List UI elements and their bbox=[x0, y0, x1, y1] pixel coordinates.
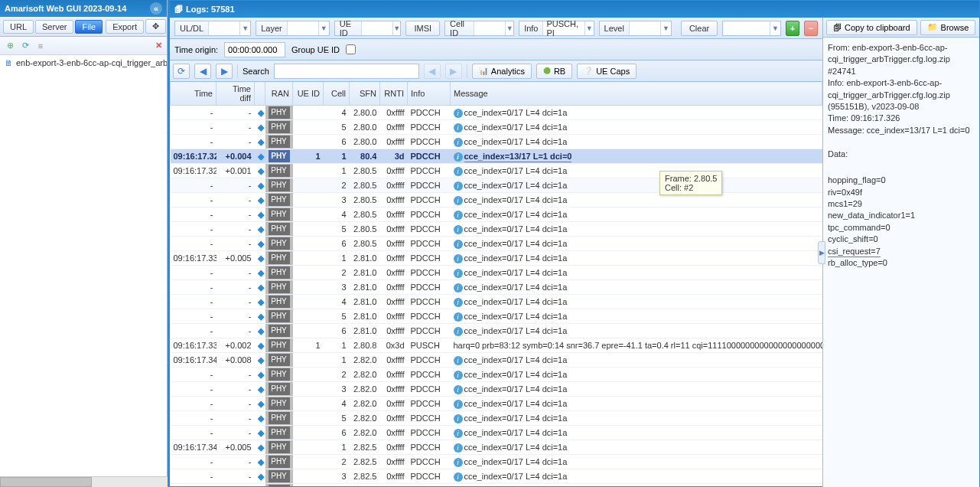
col-diff[interactable]: Time diff bbox=[217, 82, 255, 106]
layer-combo[interactable]: Layer ▼ bbox=[256, 21, 330, 36]
prev-icon[interactable]: ◀ bbox=[194, 64, 211, 79]
chevron-down-icon: ▼ bbox=[239, 21, 250, 35]
uldl-combo[interactable]: UL/DL ▼ bbox=[174, 21, 251, 36]
info-icon: i bbox=[454, 196, 463, 205]
search-next-icon[interactable]: ▶ bbox=[445, 64, 462, 79]
chevron-down-icon: ▼ bbox=[584, 21, 594, 35]
cellid-combo[interactable]: Cell ID ▼ bbox=[444, 21, 514, 36]
settings-icon[interactable]: ✥ bbox=[145, 19, 166, 34]
next-icon[interactable]: ▶ bbox=[216, 64, 233, 79]
table-row[interactable]: --◆PHY32.80.50xffffPDCCHicce_index=0/17 … bbox=[171, 193, 822, 208]
details-toolbar: 🗐Copy to clipboard 📁Browse bbox=[823, 18, 979, 38]
direction-icon: ◆ bbox=[258, 341, 264, 350]
table-row[interactable]: --◆PHY22.82.50xffffPDCCHicce_index=0/17 … bbox=[171, 455, 822, 469]
refresh-icon[interactable]: ⟳ bbox=[20, 41, 31, 51]
close-icon[interactable]: ✕ bbox=[155, 41, 162, 51]
table-row[interactable]: 09:16:17.327+0.001◆PHY12.80.50xffffPDCCH… bbox=[171, 164, 822, 178]
server-button[interactable]: Server bbox=[35, 20, 73, 34]
table-row[interactable]: --◆PHY62.82.00xffffPDCCHicce_index=0/17 … bbox=[171, 426, 822, 440]
table-row[interactable]: --◆PHY32.81.00xffffPDCCHicce_index=0/17 … bbox=[171, 280, 822, 295]
search-prev-icon[interactable]: ◀ bbox=[424, 64, 441, 79]
file-button[interactable]: File bbox=[75, 20, 103, 34]
sidebar-hscroll[interactable] bbox=[0, 476, 168, 487]
table-row[interactable]: 09:16:17.347+0.005◆PHY12.82.50xffffPDCCH… bbox=[171, 440, 822, 455]
table-row[interactable]: --◆PHY52.81.00xffffPDCCHicce_index=0/17 … bbox=[171, 309, 822, 324]
table-row[interactable]: --◆PHY62.81.00xffffPDCCHicce_index=0/17 … bbox=[171, 324, 822, 338]
table-row[interactable]: --◆PHY42.80.00xffffPDCCHicce_index=0/17 … bbox=[171, 106, 822, 120]
search-label: Search bbox=[243, 67, 269, 76]
info-icon: i bbox=[454, 269, 463, 278]
info-icon: i bbox=[454, 138, 463, 147]
table-row[interactable]: 09:16:17.332+0.005◆PHY12.81.00xffffPDCCH… bbox=[171, 251, 822, 266]
ran-badge: PHY bbox=[269, 485, 290, 486]
table-row[interactable]: 09:16:17.326+0.004◆PHY1180.43dPDCCHicce_… bbox=[171, 149, 822, 164]
browse-button[interactable]: 📁Browse bbox=[920, 20, 976, 35]
layers-icon[interactable]: ≡ bbox=[35, 41, 46, 51]
table-row[interactable]: --◆PHY52.80.50xffffPDCCHicce_index=0/17 … bbox=[171, 222, 822, 237]
direction-icon: ◆ bbox=[258, 108, 264, 117]
expand-icon[interactable]: ⊕ bbox=[5, 41, 15, 51]
search-input[interactable] bbox=[274, 64, 419, 79]
info-combo[interactable]: InfoPUSCH, PI▼ bbox=[519, 21, 594, 36]
table-row[interactable]: --◆PHY32.82.00xffffPDCCHicce_index=0/17 … bbox=[171, 382, 822, 397]
table-row[interactable]: --◆PHY32.82.50xffffPDCCHicce_index=0/17 … bbox=[171, 469, 822, 484]
table-row[interactable]: --◆PHY42.80.50xffffPDCCHicce_index=0/17 … bbox=[171, 208, 822, 222]
reload-icon[interactable]: ⟳ bbox=[173, 64, 190, 79]
export-button[interactable]: Export bbox=[106, 20, 144, 34]
log-grid[interactable]: Time Time diff RAN UE ID Cell SFN RNTI I… bbox=[170, 82, 822, 486]
right-collapse-handle[interactable]: ▶ bbox=[818, 241, 825, 264]
time-origin-input[interactable] bbox=[224, 42, 285, 57]
ueid-combo[interactable]: UE ID ▼ bbox=[334, 21, 402, 36]
data-line: cyclic_shift=0 bbox=[828, 234, 975, 245]
table-row[interactable]: --◆PHY42.82.50xffffPDCCHicce_index=0/17 … bbox=[171, 484, 822, 487]
detail-time: Time: 09:16:17.326 bbox=[828, 113, 975, 124]
table-row[interactable]: --◆PHY22.81.00xffffPDCCHicce_index=0/17 … bbox=[171, 266, 822, 280]
col-rnti[interactable]: RNTI bbox=[380, 82, 408, 106]
preset-combo[interactable]: ▼ bbox=[722, 21, 781, 36]
col-info[interactable]: Info bbox=[408, 82, 451, 106]
clear-button[interactable]: Clear bbox=[681, 21, 718, 36]
detail-from: From: enb-export-3-enb-6cc-ap-cqi_trigge… bbox=[828, 42, 975, 77]
collapse-sidebar-icon[interactable]: « bbox=[150, 2, 162, 15]
col-ran[interactable]: RAN bbox=[265, 82, 293, 106]
filter-bar: UL/DL ▼ Layer ▼ UE ID ▼ IMSI Cell ID ▼ I… bbox=[170, 18, 822, 39]
url-button[interactable]: URL bbox=[3, 20, 34, 34]
data-line: riv=0x49f bbox=[828, 187, 975, 198]
ran-badge: PHY bbox=[269, 339, 290, 351]
col-sfn[interactable]: SFN bbox=[350, 82, 380, 106]
imsi-button[interactable]: IMSI bbox=[405, 21, 440, 36]
table-row[interactable]: --◆PHY62.80.00xffffPDCCHicce_index=0/17 … bbox=[171, 135, 822, 149]
uecaps-button[interactable]: UE Caps bbox=[577, 64, 637, 79]
table-row[interactable]: --◆PHY42.82.00xffffPDCCHicce_index=0/17 … bbox=[171, 397, 822, 411]
info-icon: i bbox=[454, 225, 463, 234]
level-combo[interactable]: Level ▼ bbox=[599, 21, 672, 36]
remove-button: − bbox=[804, 21, 818, 36]
sidebar: Amarisoft Web GUI 2023-09-14 « URL Serve… bbox=[0, 0, 168, 487]
table-row[interactable]: --◆PHY62.80.50xffffPDCCHicce_index=0/17 … bbox=[171, 237, 822, 251]
col-time[interactable]: Time bbox=[171, 82, 217, 106]
col-dir[interactable] bbox=[255, 82, 265, 106]
table-row[interactable]: --◆PHY52.80.00xffffPDCCHicce_index=0/17 … bbox=[171, 120, 822, 135]
table-row[interactable]: --◆PHY52.82.00xffffPDCCHicce_index=0/17 … bbox=[171, 411, 822, 426]
col-cell[interactable]: Cell bbox=[324, 82, 350, 106]
table-row[interactable]: 09:16:17.342+0.008◆PHY12.82.00xffffPDCCH… bbox=[171, 353, 822, 368]
table-row[interactable]: --◆PHY22.80.50xffffPDCCHicce_index=0/17 … bbox=[171, 178, 822, 193]
file-tree-item[interactable]: 🗎 enb-export-3-enb-6cc-ap-cqi_trigger_ar… bbox=[0, 55, 167, 70]
info-icon: i bbox=[454, 356, 463, 365]
col-ueid[interactable]: UE ID bbox=[293, 82, 324, 106]
scrollbar-thumb[interactable] bbox=[0, 477, 92, 487]
analytics-button[interactable]: Analytics bbox=[472, 64, 532, 79]
table-row[interactable]: --◆PHY22.82.00xffffPDCCHicce_index=0/17 … bbox=[171, 368, 822, 382]
col-msg[interactable]: Message bbox=[451, 82, 822, 106]
copy-button[interactable]: 🗐Copy to clipboard bbox=[826, 20, 917, 35]
chevron-down-icon: ▼ bbox=[392, 21, 401, 35]
table-row[interactable]: --◆PHY42.81.00xffffPDCCHicce_index=0/17 … bbox=[171, 295, 822, 309]
ran-badge: PHY bbox=[269, 165, 290, 177]
group-ue-checkbox[interactable] bbox=[346, 44, 356, 54]
logs-tab[interactable]: 🗐 Logs: 57581 bbox=[170, 1, 979, 18]
rb-button[interactable]: RB bbox=[536, 64, 572, 79]
search-bar: ⟳ ◀ ▶ Search ◀ ▶ Analytics RB UE Caps bbox=[170, 60, 822, 82]
add-button[interactable]: + bbox=[786, 21, 799, 36]
table-row[interactable]: 09:16:17.334+0.002◆PHY112.80.80x3dPUSCHh… bbox=[171, 338, 822, 353]
info-icon: i bbox=[454, 443, 463, 453]
